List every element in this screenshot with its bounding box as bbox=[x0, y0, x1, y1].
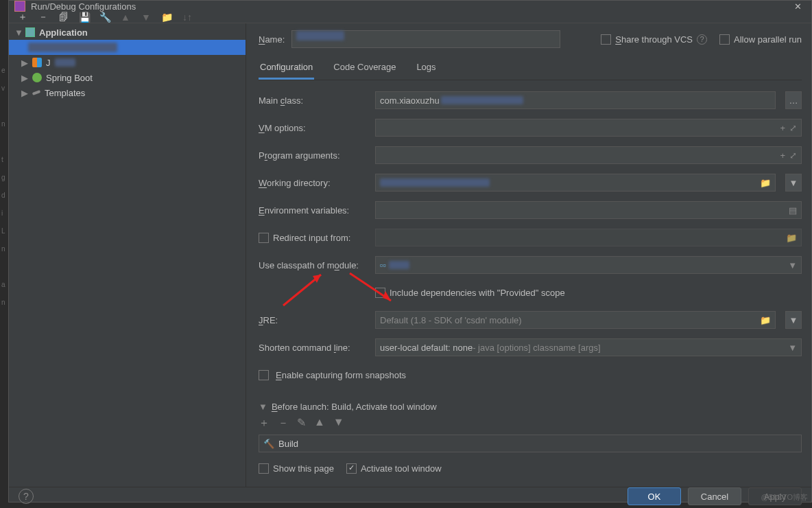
chevron-down-icon[interactable]: ▼ bbox=[259, 402, 267, 412]
snapshots-label: Enable capturing form snapshots bbox=[276, 370, 406, 380]
include-provided-label: Include dependencies with "Provided" sco… bbox=[390, 288, 565, 298]
config-tree[interactable]: ▼ Application ▶ J ▶ Spring Boot ▶ bbox=[9, 23, 246, 487]
env-field[interactable]: ▤ bbox=[375, 201, 802, 219]
name-input[interactable] bbox=[291, 30, 560, 48]
chevron-right-icon[interactable]: ▶ bbox=[21, 58, 28, 68]
fullscreen-icon[interactable]: ⤢ bbox=[789, 150, 797, 161]
working-dir-field[interactable]: 📁 bbox=[375, 174, 776, 192]
snapshots-checkbox[interactable] bbox=[259, 370, 269, 380]
jre-label: JRE: bbox=[259, 315, 368, 325]
window-title: Run/Debug Configurations bbox=[31, 1, 136, 12]
share-checkbox[interactable]: Share through VCS ? bbox=[601, 34, 707, 45]
sort-icon[interactable]: ↓↑ bbox=[182, 12, 193, 23]
remove-config-icon[interactable]: － bbox=[38, 12, 49, 23]
chevron-down-icon[interactable]: ▼ bbox=[14, 27, 21, 38]
copy-config-icon[interactable]: 🗐 bbox=[58, 12, 69, 23]
tab-logs[interactable]: Logs bbox=[415, 56, 437, 80]
redirect-label: Redirect input from: bbox=[273, 233, 350, 243]
redirect-field: 📁 bbox=[375, 229, 802, 246]
remove-task-icon[interactable]: － bbox=[278, 416, 289, 430]
add-task-icon[interactable]: ＋ bbox=[259, 416, 270, 430]
before-launch-label: Before launch: Build, Activate tool wind… bbox=[272, 402, 437, 412]
shorten-field[interactable]: user-local default: none - java [options… bbox=[375, 338, 802, 356]
close-icon[interactable]: ✕ bbox=[789, 1, 806, 12]
ok-button[interactable]: OK bbox=[628, 487, 681, 505]
j-icon bbox=[32, 58, 42, 67]
blurred-config-name bbox=[28, 43, 117, 52]
task-label: Build bbox=[278, 439, 298, 449]
folder-icon[interactable]: 📁 bbox=[161, 12, 172, 23]
ide-logo-icon bbox=[14, 1, 25, 12]
tree-item-j[interactable]: ▶ J bbox=[9, 55, 246, 70]
tree-item-label: J bbox=[46, 58, 51, 68]
fullscreen-icon[interactable]: ⤢ bbox=[789, 123, 797, 133]
tree-item-selected[interactable] bbox=[9, 40, 246, 55]
browse-main-class-button[interactable]: … bbox=[785, 91, 802, 109]
tree-application-label: Application bbox=[39, 27, 88, 38]
program-args-label: Program arguments: bbox=[259, 150, 368, 161]
tabs: Configuration Code Coverage Logs bbox=[259, 56, 802, 80]
tree-item-templates[interactable]: ▶ Templates bbox=[9, 85, 246, 100]
hammer-icon: 🔨 bbox=[263, 439, 274, 449]
help-button[interactable]: ? bbox=[19, 489, 34, 504]
tree-application-node[interactable]: ▼ Application bbox=[9, 25, 246, 40]
vm-options-field[interactable]: +⤢ bbox=[375, 119, 802, 137]
expand-icon[interactable]: + bbox=[780, 150, 785, 161]
chevron-down-icon[interactable]: ▼ bbox=[788, 260, 797, 270]
include-provided-checkbox[interactable] bbox=[375, 288, 385, 298]
config-editor: Name: Share through VCS ? Allow parallel… bbox=[246, 23, 811, 487]
titlebar: Run/Debug Configurations ✕ bbox=[9, 1, 811, 12]
settings-icon[interactable]: 🔧 bbox=[99, 12, 110, 23]
save-config-icon[interactable]: 💾 bbox=[79, 12, 90, 23]
tab-configuration[interactable]: Configuration bbox=[259, 56, 314, 80]
program-args-field[interactable]: +⤢ bbox=[375, 146, 802, 164]
name-label: Name: bbox=[259, 34, 285, 45]
jre-dropdown[interactable]: ▼ bbox=[785, 311, 802, 329]
folder-icon[interactable]: 📁 bbox=[760, 178, 771, 188]
working-dir-dropdown[interactable]: ▼ bbox=[785, 174, 802, 192]
classpath-label: Use classpath of module: bbox=[259, 260, 368, 270]
working-dir-label: Working directory: bbox=[259, 178, 368, 188]
tree-item-spring-boot[interactable]: ▶ Spring Boot bbox=[9, 70, 246, 85]
expand-icon[interactable]: + bbox=[780, 123, 785, 133]
list-icon[interactable]: ▤ bbox=[789, 205, 797, 216]
edit-task-icon[interactable]: ✎ bbox=[297, 416, 306, 430]
folder-icon: 📁 bbox=[786, 233, 797, 243]
main-class-field[interactable]: com.xiaoxuzhu bbox=[375, 91, 776, 109]
redirect-checkbox[interactable] bbox=[259, 233, 269, 243]
chevron-down-icon[interactable]: ▼ bbox=[788, 343, 797, 353]
move-down-task-icon[interactable]: ▼ bbox=[333, 416, 344, 430]
application-icon bbox=[25, 27, 35, 37]
module-icon: ▫▫ bbox=[380, 260, 386, 270]
watermark: @51CTO博客 bbox=[761, 492, 808, 503]
tree-item-label: Templates bbox=[45, 88, 85, 98]
activate-tool-window-checkbox[interactable]: Activate tool window bbox=[346, 463, 442, 474]
show-this-page-checkbox[interactable]: Show this page bbox=[259, 463, 334, 474]
shorten-label: Shorten command line: bbox=[259, 343, 368, 353]
help-icon[interactable]: ? bbox=[697, 34, 707, 45]
vm-options-label: VM options: bbox=[259, 123, 368, 133]
chevron-right-icon[interactable]: ▶ bbox=[21, 88, 28, 98]
move-down-icon[interactable]: ▼ bbox=[141, 12, 152, 23]
allow-parallel-checkbox[interactable]: Allow parallel run bbox=[719, 34, 802, 45]
folder-icon[interactable]: 📁 bbox=[760, 315, 771, 325]
config-toolbar: ＋ － 🗐 💾 🔧 ▲ ▼ 📁 ↓↑ bbox=[9, 12, 811, 23]
spring-icon bbox=[32, 73, 42, 82]
tree-item-label: Spring Boot bbox=[46, 73, 93, 83]
add-config-icon[interactable]: ＋ bbox=[17, 12, 28, 23]
templates-icon bbox=[32, 90, 41, 95]
run-debug-dialog: Run/Debug Configurations ✕ ＋ － 🗐 💾 🔧 ▲ ▼… bbox=[8, 0, 812, 503]
move-up-icon[interactable]: ▲ bbox=[120, 12, 131, 23]
blurred-text bbox=[55, 58, 75, 67]
jre-field[interactable]: Default (1.8 - SDK of 'csdn' module)📁 bbox=[375, 311, 776, 329]
chevron-right-icon[interactable]: ▶ bbox=[21, 73, 28, 83]
tab-code-coverage[interactable]: Code Coverage bbox=[332, 56, 397, 80]
classpath-field[interactable]: ▫▫ ▼ bbox=[375, 256, 802, 274]
cancel-button[interactable]: Cancel bbox=[688, 487, 741, 505]
task-list[interactable]: 🔨 Build bbox=[259, 435, 802, 452]
task-row[interactable]: 🔨 Build bbox=[259, 435, 801, 452]
dialog-footer: ? OK Cancel Apply bbox=[9, 487, 811, 505]
move-up-task-icon[interactable]: ▲ bbox=[314, 416, 325, 430]
env-label: Environment variables: bbox=[259, 205, 368, 216]
main-class-label: Main class: bbox=[259, 95, 368, 106]
